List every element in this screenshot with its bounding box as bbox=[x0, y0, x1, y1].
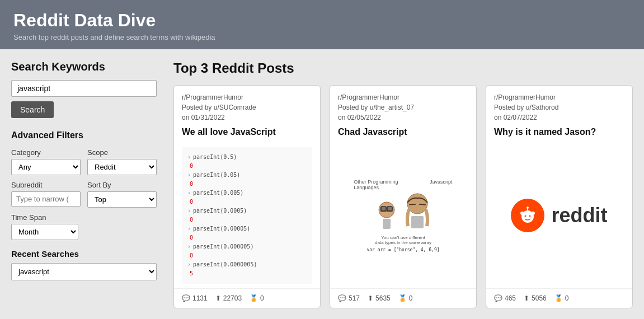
post-1-awards-count: 0 bbox=[260, 294, 264, 302]
post-2-header: r/ProgrammerHumor Posted by u/the_artist… bbox=[330, 86, 476, 127]
upvote-icon: ⬆ bbox=[215, 294, 221, 302]
post-1-author: Posted by u/SUComrade bbox=[182, 102, 312, 112]
scope-select[interactable]: Reddit Google Wikipedia bbox=[87, 159, 157, 175]
post-2-subreddit: r/ProgrammerHumor bbox=[338, 92, 468, 102]
category-label: Category bbox=[11, 148, 81, 157]
meme-images bbox=[375, 193, 431, 232]
upvote-icon-3: ⬆ bbox=[524, 294, 529, 302]
svg-point-5 bbox=[407, 194, 427, 214]
sortby-label: Sort By bbox=[87, 181, 157, 189]
post-1-title: We all love JavaScript bbox=[174, 127, 320, 143]
post-card-1: r/ProgrammerHumor Posted by u/SUComrade … bbox=[173, 85, 321, 308]
meme-label-left: Other ProgrammingLanguages bbox=[354, 179, 398, 190]
sidebar: Search Keywords Search Advanced Filters … bbox=[0, 49, 168, 319]
post-3-image: reddit bbox=[486, 143, 632, 288]
post-1-upvotes: ⬆ 22703 bbox=[215, 294, 242, 302]
sortby-select[interactable]: Top Hot New Rising bbox=[87, 191, 157, 208]
wojak-svg bbox=[375, 201, 398, 232]
category-group: Category Any Technology Programming Scie… bbox=[11, 148, 81, 175]
chad-svg bbox=[403, 193, 431, 232]
post-1-upvotes-count: 22703 bbox=[223, 294, 242, 302]
award-icon: 🏅 bbox=[250, 294, 258, 302]
posts-grid: r/ProgrammerHumor Posted by u/SUComrade … bbox=[173, 85, 633, 308]
advanced-filters: Advanced Filters Category Any Technology… bbox=[11, 130, 157, 240]
post-2-upvotes-count: 5635 bbox=[375, 294, 391, 302]
post-3-title: Why is it named Jason? bbox=[486, 127, 632, 143]
subreddit-label: Subreddit bbox=[11, 181, 81, 189]
app-title: Reddit Data Dive bbox=[13, 10, 631, 31]
post-2-author: Posted by u/the_artist_07 bbox=[338, 102, 468, 112]
post-1-footer: 💬 1131 ⬆ 22703 🏅 0 bbox=[174, 288, 320, 308]
recent-searches-section: Recent Searches javascript bbox=[11, 249, 157, 280]
post-3-upvotes-count: 5056 bbox=[532, 294, 547, 302]
post-2-title: Chad Javascript bbox=[330, 127, 476, 143]
search-section-title: Search Keywords bbox=[11, 60, 157, 73]
chad-figure bbox=[403, 193, 431, 232]
award-icon-2: 🏅 bbox=[398, 294, 407, 302]
var-code: var arr = ["horse", 4, 6,9] bbox=[366, 247, 439, 252]
timespan-select[interactable]: Month Week Day Year All bbox=[11, 224, 78, 240]
search-button[interactable]: Search bbox=[11, 101, 54, 118]
svg-line-7 bbox=[409, 204, 416, 205]
app-subtitle: Search top reddit posts and define searc… bbox=[13, 33, 631, 41]
post-1-date: on 01/31/2022 bbox=[182, 112, 312, 123]
post-3-footer: 💬 465 ⬆ 5056 🏅 0 bbox=[486, 288, 632, 308]
subreddit-input[interactable] bbox=[11, 191, 81, 207]
post-2-upvotes: ⬆ 5635 bbox=[368, 294, 391, 302]
main-layout: Search Keywords Search Advanced Filters … bbox=[0, 49, 644, 319]
award-icon-3: 🏅 bbox=[554, 294, 563, 302]
post-card-3: r/ProgrammerHumor Posted by u/Sathorod o… bbox=[486, 85, 633, 308]
filters-title: Advanced Filters bbox=[11, 130, 157, 140]
wojak-figure bbox=[375, 201, 398, 232]
post-3-comments-count: 465 bbox=[505, 294, 516, 302]
svg-point-13 bbox=[532, 212, 535, 215]
post-2-awards-count: 0 bbox=[409, 294, 413, 302]
scope-label: Scope bbox=[87, 148, 157, 157]
svg-point-12 bbox=[520, 212, 524, 215]
svg-point-11 bbox=[529, 215, 531, 217]
category-select[interactable]: Any Technology Programming Science bbox=[11, 159, 81, 175]
recent-searches-title: Recent Searches bbox=[11, 249, 157, 259]
svg-rect-6 bbox=[411, 216, 424, 228]
post-2-awards: 🏅 0 bbox=[398, 294, 413, 302]
post-1-subreddit: r/ProgrammerHumor bbox=[182, 92, 312, 102]
post-2-comments-count: 517 bbox=[349, 294, 360, 302]
comment-icon: 💬 bbox=[182, 294, 190, 302]
post-1-image: ›parseInt(0.5) 0 ›parseInt(0.05) 0 ›pars… bbox=[174, 143, 320, 288]
category-scope-row: Category Any Technology Programming Scie… bbox=[11, 148, 157, 175]
meme-caption: You can't use differentdata types in the… bbox=[375, 235, 431, 245]
search-input[interactable] bbox=[11, 80, 157, 97]
post-1-awards: 🏅 0 bbox=[250, 294, 264, 302]
chad-meme: Other ProgrammingLanguages Javascript bbox=[338, 179, 468, 252]
post-1-comments: 💬 1131 bbox=[182, 294, 208, 302]
reddit-wordmark: reddit bbox=[551, 204, 607, 227]
recent-searches-select[interactable]: javascript bbox=[11, 263, 157, 280]
comment-icon-3: 💬 bbox=[494, 294, 502, 302]
reddit-logo: reddit bbox=[500, 187, 618, 243]
comment-icon-2: 💬 bbox=[338, 294, 346, 302]
post-3-awards-count: 0 bbox=[565, 294, 569, 302]
subreddit-sortby-row: Subreddit Sort By Top Hot New Rising bbox=[11, 181, 157, 208]
timespan-label: Time Span bbox=[11, 213, 157, 222]
post-3-subreddit: r/ProgrammerHumor bbox=[494, 92, 624, 102]
reddit-icon bbox=[511, 199, 544, 232]
post-1-comments-count: 1131 bbox=[192, 294, 208, 302]
post-2-date: on 02/05/2022 bbox=[338, 112, 468, 123]
app-header: Reddit Data Dive Search top reddit posts… bbox=[0, 0, 644, 49]
reddit-snoo bbox=[518, 205, 538, 226]
svg-line-8 bbox=[419, 204, 426, 205]
svg-point-10 bbox=[525, 215, 527, 217]
post-3-date: on 02/07/2022 bbox=[494, 112, 624, 123]
post-card-2: r/ProgrammerHumor Posted by u/the_artist… bbox=[330, 85, 477, 308]
post-3-author: Posted by u/Sathorod bbox=[494, 102, 624, 112]
subreddit-group: Subreddit bbox=[11, 181, 81, 208]
meme-label-right: Javascript bbox=[430, 179, 453, 190]
sortby-group: Sort By Top Hot New Rising bbox=[87, 181, 157, 208]
post-2-footer: 💬 517 ⬆ 5635 🏅 0 bbox=[330, 288, 476, 308]
meme-labels: Other ProgrammingLanguages Javascript bbox=[338, 179, 468, 190]
post-1-code: ›parseInt(0.5) 0 ›parseInt(0.05) 0 ›pars… bbox=[182, 147, 312, 284]
post-3-awards: 🏅 0 bbox=[554, 294, 569, 302]
svg-rect-4 bbox=[383, 219, 391, 229]
post-3-upvotes: ⬆ 5056 bbox=[524, 294, 547, 302]
svg-point-15 bbox=[527, 207, 529, 209]
